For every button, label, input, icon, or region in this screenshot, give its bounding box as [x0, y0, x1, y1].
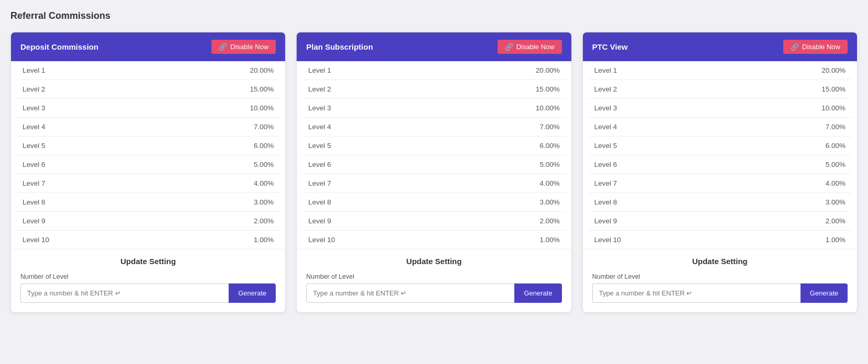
level-value: 1.00% — [539, 236, 559, 244]
cards-container: Deposit Commission🔗Disable NowLevel 120.… — [10, 32, 858, 313]
disable-button-deposit-commission[interactable]: 🔗Disable Now — [211, 40, 276, 54]
level-name: Level 8 — [594, 198, 617, 206]
table-row: Level 56.00% — [302, 136, 566, 155]
table-row: Level 47.00% — [588, 118, 852, 136]
level-name: Level 7 — [22, 179, 46, 187]
table-row: Level 215.00% — [588, 80, 852, 99]
input-row: Generate — [592, 283, 848, 303]
card-header-plan-subscription: Plan Subscription🔗Disable Now — [297, 32, 571, 61]
level-name: Level 5 — [308, 142, 331, 150]
number-of-level-input[interactable] — [592, 283, 801, 303]
table-row: Level 215.00% — [16, 80, 280, 99]
table-row: Level 120.00% — [302, 61, 566, 80]
level-name: Level 8 — [22, 198, 46, 206]
level-name: Level 7 — [308, 179, 331, 187]
level-name: Level 4 — [308, 123, 331, 131]
table-row: Level 120.00% — [16, 61, 280, 80]
level-value: 20.00% — [821, 66, 846, 74]
field-label: Number of Level — [306, 273, 561, 280]
card-title-deposit-commission: Deposit Commission — [20, 42, 98, 51]
table-row: Level 74.00% — [302, 174, 566, 193]
generate-button[interactable]: Generate — [514, 283, 561, 303]
number-of-level-input[interactable] — [306, 283, 514, 303]
level-value: 2.00% — [254, 217, 274, 225]
levels-table-ptc-view: Level 120.00%Level 215.00%Level 310.00%L… — [583, 61, 857, 249]
level-name: Level 3 — [594, 104, 617, 112]
table-row: Level 120.00% — [588, 61, 852, 80]
generate-button[interactable]: Generate — [801, 283, 848, 303]
table-row: Level 56.00% — [16, 136, 280, 155]
table-row: Level 310.00% — [16, 99, 280, 118]
level-value: 5.00% — [254, 161, 274, 168]
level-name: Level 2 — [594, 85, 617, 93]
level-value: 2.00% — [826, 217, 846, 225]
table-row: Level 92.00% — [588, 212, 852, 231]
level-name: Level 4 — [22, 123, 46, 131]
level-value: 20.00% — [536, 66, 560, 74]
disable-label: Disable Now — [230, 43, 268, 51]
level-value: 1.00% — [254, 236, 274, 244]
disable-label: Disable Now — [802, 43, 840, 51]
generate-button[interactable]: Generate — [229, 283, 276, 303]
table-row: Level 74.00% — [16, 174, 280, 193]
page-title: Referral Commissions — [10, 10, 858, 21]
level-name: Level 6 — [308, 161, 331, 168]
level-name: Level 9 — [308, 217, 331, 225]
update-setting-title: Update Setting — [592, 257, 848, 266]
level-value: 5.00% — [539, 161, 559, 168]
table-row: Level 83.00% — [588, 193, 852, 212]
table-row: Level 215.00% — [302, 80, 566, 99]
level-value: 5.00% — [826, 161, 846, 168]
disable-label: Disable Now — [516, 43, 555, 51]
table-row: Level 47.00% — [16, 118, 280, 136]
level-value: 15.00% — [250, 85, 274, 93]
level-name: Level 2 — [22, 85, 46, 93]
table-row: Level 83.00% — [302, 193, 566, 212]
level-name: Level 10 — [594, 236, 621, 244]
level-value: 6.00% — [826, 142, 846, 150]
level-name: Level 4 — [594, 123, 617, 131]
level-name: Level 10 — [22, 236, 49, 244]
link-icon: 🔗 — [219, 43, 227, 51]
table-row: Level 56.00% — [588, 136, 852, 155]
table-row: Level 310.00% — [588, 99, 852, 118]
level-name: Level 5 — [22, 142, 46, 150]
disable-button-ptc-view[interactable]: 🔗Disable Now — [783, 40, 848, 54]
input-row: Generate — [306, 283, 561, 303]
level-value: 15.00% — [536, 85, 560, 93]
level-name: Level 3 — [22, 104, 46, 112]
level-value: 10.00% — [821, 104, 846, 112]
level-value: 7.00% — [254, 123, 274, 131]
update-section-ptc-view: Update SettingNumber of LevelGenerate — [583, 249, 857, 312]
card-header-ptc-view: PTC View🔗Disable Now — [583, 32, 857, 61]
level-value: 6.00% — [254, 142, 274, 150]
level-value: 4.00% — [254, 179, 274, 187]
table-row: Level 65.00% — [588, 155, 852, 174]
level-name: Level 6 — [594, 161, 617, 168]
level-value: 7.00% — [539, 123, 559, 131]
table-row: Level 74.00% — [588, 174, 852, 193]
update-section-deposit-commission: Update SettingNumber of LevelGenerate — [11, 249, 285, 312]
card-ptc-view: PTC View🔗Disable NowLevel 120.00%Level 2… — [582, 32, 858, 313]
level-value: 3.00% — [826, 198, 846, 206]
level-value: 3.00% — [539, 198, 559, 206]
level-value: 15.00% — [821, 85, 846, 93]
field-label: Number of Level — [20, 273, 276, 280]
table-row: Level 65.00% — [302, 155, 566, 174]
card-plan-subscription: Plan Subscription🔗Disable NowLevel 120.0… — [296, 32, 571, 313]
level-name: Level 1 — [22, 66, 46, 74]
input-row: Generate — [20, 283, 276, 303]
update-setting-title: Update Setting — [306, 257, 561, 266]
update-section-plan-subscription: Update SettingNumber of LevelGenerate — [297, 249, 571, 312]
level-value: 4.00% — [539, 179, 559, 187]
card-title-ptc-view: PTC View — [592, 42, 628, 51]
level-name: Level 5 — [594, 142, 617, 150]
update-setting-title: Update Setting — [20, 257, 276, 266]
level-value: 6.00% — [539, 142, 559, 150]
table-row: Level 65.00% — [16, 155, 280, 174]
card-header-deposit-commission: Deposit Commission🔗Disable Now — [11, 32, 285, 61]
level-name: Level 3 — [308, 104, 331, 112]
level-value: 20.00% — [250, 66, 274, 74]
disable-button-plan-subscription[interactable]: 🔗Disable Now — [498, 40, 562, 54]
number-of-level-input[interactable] — [20, 283, 229, 303]
